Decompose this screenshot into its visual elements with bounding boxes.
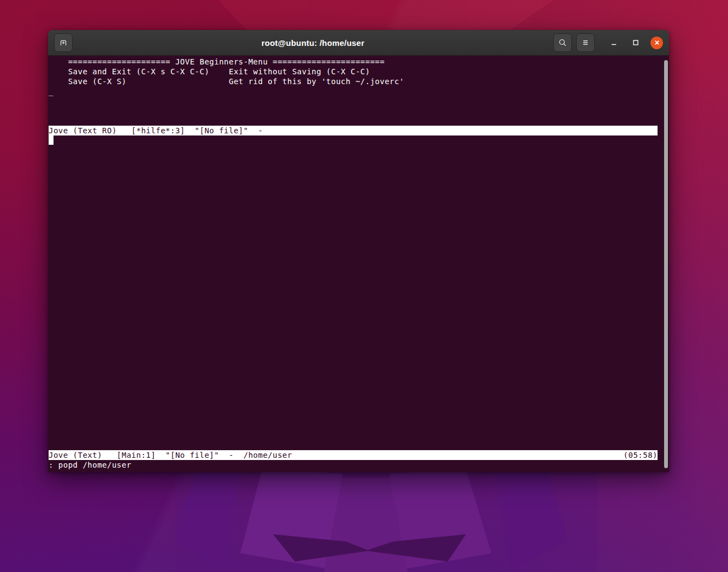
window-title: root@ubuntu: /home/user (73, 38, 553, 48)
terminal-window: root@ubuntu: /home/user (48, 30, 669, 472)
jove-help-text: ===================== JOVE Beginners-Men… (49, 57, 404, 96)
new-tab-icon (59, 38, 68, 47)
close-icon (653, 39, 661, 46)
text-cursor (49, 135, 54, 145)
minimize-button[interactable] (607, 36, 621, 50)
wallpaper-gorilla-face (0, 467, 728, 572)
menu-button[interactable] (576, 33, 595, 52)
close-button[interactable] (650, 37, 663, 49)
jove-modeline-main-buffer: Jove (Text) [Main:1] "[No file]" - /home… (49, 450, 658, 460)
scrollbar-thumb[interactable] (664, 60, 668, 468)
modeline-help-text: Jove (Text RO) [*hilfe*:3] "[No file]" - (49, 126, 263, 135)
maximize-button[interactable] (629, 36, 643, 50)
search-button[interactable] (553, 33, 572, 52)
new-tab-button[interactable] (54, 33, 73, 52)
minimize-icon (609, 38, 618, 47)
modeline-clock: (05:58) (624, 450, 658, 460)
maximize-icon (631, 38, 640, 47)
modeline-main-text: Jove (Text) [Main:1] "[No file]" - /home… (49, 450, 292, 460)
terminal-screen[interactable]: ===================== JOVE Beginners-Men… (48, 56, 669, 472)
titlebar[interactable]: root@ubuntu: /home/user (48, 30, 669, 56)
search-icon (558, 38, 567, 47)
hamburger-menu-icon (581, 38, 590, 47)
jove-minibuffer: : popd /home/user (49, 460, 132, 470)
jove-modeline-help-buffer: Jove (Text RO) [*hilfe*:3] "[No file]" - (49, 126, 658, 135)
